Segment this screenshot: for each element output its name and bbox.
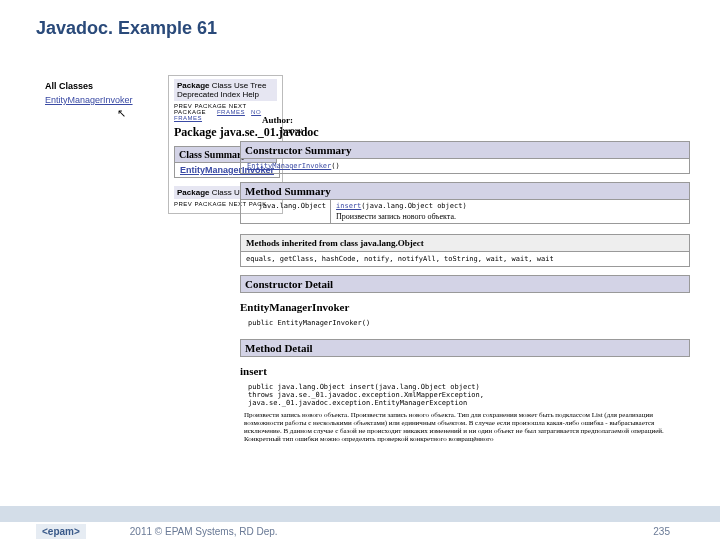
- constructor-summary-row: EntityManagerInvoker(): [240, 159, 690, 174]
- page-number: 235: [653, 526, 670, 537]
- constructor-summary-heading: Constructor Summary: [240, 141, 690, 159]
- class-link-entity-manager-invoker[interactable]: EntityManagerInvoker: [45, 95, 155, 105]
- method-detail-name: insert: [240, 365, 690, 377]
- method-detail-description: Произвести запись нового объекта. Произв…: [240, 411, 690, 443]
- constructor-detail-name: EntityManagerInvoker: [240, 301, 690, 313]
- method-summary-heading: Method Summary: [240, 182, 690, 200]
- constructor-link[interactable]: EntityManagerInvoker: [247, 162, 331, 170]
- method-detail-heading: Method Detail: [240, 339, 690, 357]
- method-detail-sig-line3: java.se._01.javadoc.exception.EntityMana…: [248, 399, 467, 407]
- method-description: Произвести запись нового объекта.: [336, 210, 684, 221]
- method-detail-sig-line1: public java.lang.Object insert(java.lang…: [248, 383, 480, 391]
- nav-package[interactable]: Package: [177, 81, 209, 90]
- epam-logo: <epam>: [36, 524, 86, 539]
- nav-use[interactable]: Use: [234, 81, 248, 90]
- nav-index[interactable]: Index: [221, 90, 241, 99]
- inherited-methods-body: equals, getClass, hashCode, notify, noti…: [240, 252, 690, 267]
- method-link-insert[interactable]: insert: [336, 202, 361, 210]
- javadoc-nav-primary: Package Class Use Tree Deprecated Index …: [174, 79, 277, 101]
- javadoc-main-panel: Author: Ivanov Constructor Summary Entit…: [240, 115, 690, 443]
- author-block: Author: Ivanov: [262, 115, 690, 135]
- method-signature-tail: (java.lang.Object object): [361, 202, 466, 210]
- method-summary-row: java.lang.Object insert(java.lang.Object…: [240, 200, 690, 224]
- method-detail-sig-line2: throws java.se._01.javadoc.exception.Xml…: [248, 391, 484, 399]
- constructor-detail-sig: public EntityManagerInvoker(): [248, 319, 690, 327]
- author-label: Author:: [262, 115, 293, 125]
- all-classes-label: All Classes: [45, 81, 155, 91]
- author-value: Ivanov: [280, 126, 302, 135]
- slide-title: Javadoc. Example 61: [0, 0, 720, 39]
- nav-deprecated[interactable]: Deprecated: [177, 90, 218, 99]
- nav2-class[interactable]: Class: [212, 188, 232, 197]
- nav-tree[interactable]: Tree: [250, 81, 266, 90]
- constructor-link-tail: (): [331, 162, 339, 170]
- nav-help[interactable]: Help: [242, 90, 258, 99]
- javadoc-left-panel: All Classes EntityManagerInvoker ↖: [45, 81, 155, 105]
- nav-class[interactable]: Class: [212, 81, 232, 90]
- nav2-package[interactable]: Package: [177, 188, 209, 197]
- method-return-type: java.lang.Object: [241, 200, 331, 223]
- method-detail-sig: public java.lang.Object insert(java.lang…: [248, 383, 690, 407]
- constructor-detail-heading: Constructor Detail: [240, 275, 690, 293]
- slide-footer: <epam> 2011 © EPAM Systems, RD Dep. 235: [0, 506, 720, 540]
- footer-copyright: 2011 © EPAM Systems, RD Dep.: [130, 526, 654, 537]
- cursor-icon: ↖: [117, 107, 126, 120]
- inherited-methods-heading: Methods inherited from class java.lang.O…: [240, 234, 690, 252]
